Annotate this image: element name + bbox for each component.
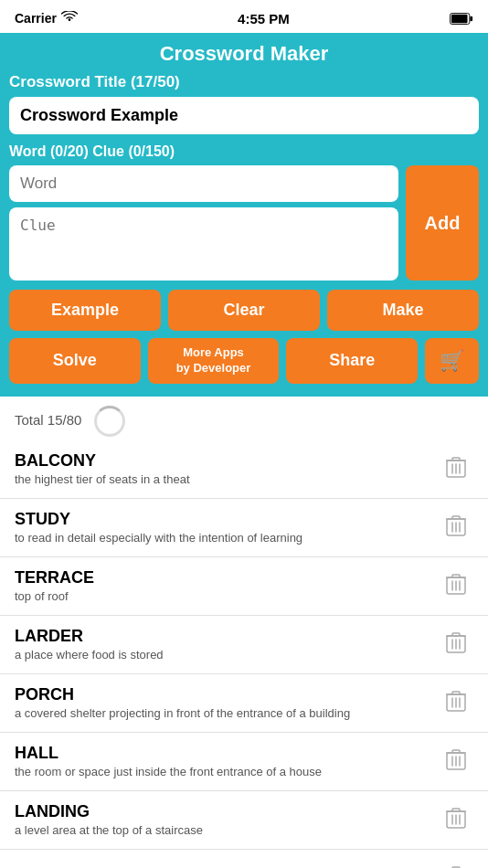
top-section: Crossword Maker Crossword Title (17/50) … <box>0 33 488 397</box>
word-clue-text: top of roof <box>15 589 439 603</box>
status-bar: Carrier 4:55 PM <box>0 0 488 33</box>
content-area: Total 15/80 BALCONY the highest tier of … <box>0 397 488 868</box>
make-button[interactable]: Make <box>327 290 479 331</box>
word-item: BASEMENT <box>0 850 488 868</box>
word-item-text: BALCONY the highest tier of seats in a t… <box>15 451 439 486</box>
wifi-icon <box>61 11 78 26</box>
word-item-text: TERRACE top of roof <box>15 568 439 603</box>
action-row-1: Example Clear Make <box>9 290 479 331</box>
word-clue-text: to read in detail especially with the in… <box>15 531 439 545</box>
crossword-title-input[interactable] <box>9 97 479 134</box>
delete-button[interactable] <box>439 861 473 868</box>
total-label: Total 15/80 <box>0 397 488 440</box>
example-button[interactable]: Example <box>9 290 161 331</box>
word-clue-text: the room or space just inside the front … <box>15 765 439 778</box>
word-name: TERRACE <box>15 568 439 587</box>
word-clue-text: a place where food is stored <box>15 648 439 662</box>
time-label: 4:55 PM <box>238 11 290 26</box>
word-item-text: PORCH a covered shelter projecting in fr… <box>15 685 439 720</box>
word-item: LANDING a level area at the top of a sta… <box>0 791 488 850</box>
word-name: LARDER <box>15 627 439 646</box>
loading-spinner <box>94 406 123 435</box>
svg-rect-1 <box>451 14 468 22</box>
delete-button[interactable] <box>439 451 473 487</box>
word-item-text: LANDING a level area at the top of a sta… <box>15 802 439 837</box>
add-button[interactable]: Add <box>406 165 479 281</box>
word-item: HALL the room or space just inside the f… <box>0 733 488 791</box>
word-name: LANDING <box>15 802 439 821</box>
word-item-text: STUDY to read in detail especially with … <box>15 510 439 545</box>
delete-button[interactable] <box>439 627 473 662</box>
action-row-2: Solve More Apps by Developer Share 🛒 <box>9 338 479 384</box>
word-name: STUDY <box>15 510 439 529</box>
word-clue-row: Add <box>9 165 479 281</box>
delete-button[interactable] <box>439 802 473 838</box>
svg-rect-2 <box>470 16 472 21</box>
clear-button[interactable]: Clear <box>168 290 320 331</box>
solve-button[interactable]: Solve <box>9 338 141 384</box>
word-clue-inputs <box>9 165 398 281</box>
word-item: PORCH a covered shelter projecting in fr… <box>0 674 488 733</box>
app-title: Crossword Maker <box>9 42 479 66</box>
word-item-text: LARDER a place where food is stored <box>15 627 439 662</box>
share-button[interactable]: Share <box>286 338 418 384</box>
word-item: LARDER a place where food is stored <box>0 616 488 674</box>
word-list: BALCONY the highest tier of seats in a t… <box>0 440 488 868</box>
word-clue-text: a level area at the top of a staircase <box>15 823 439 837</box>
word-name: BALCONY <box>15 451 439 471</box>
word-clue-text: a covered shelter projecting in front of… <box>15 706 439 720</box>
word-item: TERRACE top of roof <box>0 557 488 616</box>
word-item-text: HALL the room or space just inside the f… <box>15 744 439 778</box>
crossword-title-label: Crossword Title (17/50) <box>9 73 479 91</box>
word-name: PORCH <box>15 685 439 704</box>
word-name: HALL <box>15 744 439 763</box>
carrier-label: Carrier <box>15 11 78 26</box>
battery-icon <box>450 13 473 25</box>
word-item: STUDY to read in detail especially with … <box>0 499 488 557</box>
word-clue-text: the highest tier of seats in a theat <box>15 472 439 486</box>
cart-icon: 🛒 <box>440 349 464 373</box>
word-input[interactable] <box>9 165 398 202</box>
word-item: BALCONY the highest tier of seats in a t… <box>0 440 488 499</box>
delete-button[interactable] <box>439 744 473 779</box>
more-apps-button[interactable]: More Apps by Developer <box>148 338 280 384</box>
delete-button[interactable] <box>439 685 473 721</box>
delete-button[interactable] <box>439 510 473 545</box>
cart-button[interactable]: 🛒 <box>425 338 479 384</box>
delete-button[interactable] <box>439 568 473 604</box>
word-clue-label: Word (0/20) Clue (0/150) <box>9 143 479 160</box>
clue-input[interactable] <box>9 207 398 281</box>
